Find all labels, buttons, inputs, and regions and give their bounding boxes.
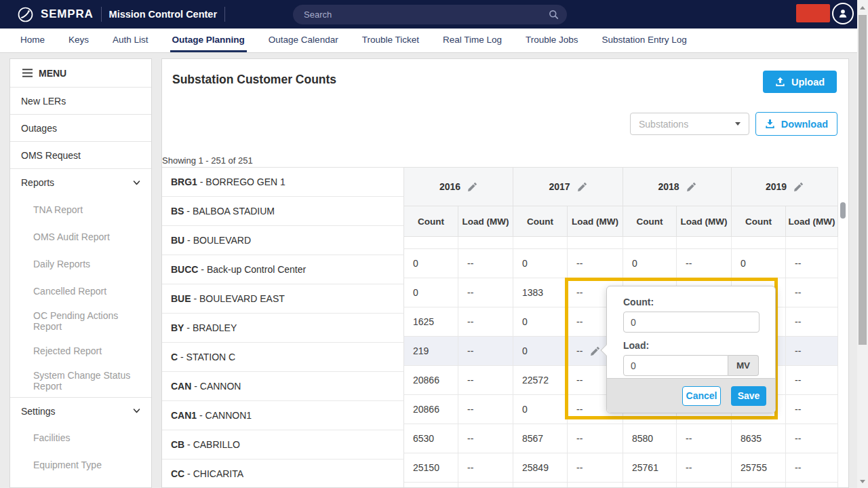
value-cell[interactable]: --: [786, 249, 838, 278]
value-cell[interactable]: 0: [513, 395, 568, 424]
value-cell[interactable]: 0: [732, 249, 786, 278]
value-cell[interactable]: [568, 483, 623, 488]
value-cell[interactable]: --: [786, 424, 838, 453]
value-cell[interactable]: --: [458, 307, 513, 337]
pencil-icon[interactable]: [467, 182, 477, 192]
search-icon[interactable]: [549, 10, 559, 20]
pencil-icon[interactable]: [577, 182, 587, 192]
sidebar-item-facilities[interactable]: Facilities: [10, 424, 151, 451]
sidebar-item-cancelled-report[interactable]: Cancelled Report: [10, 278, 151, 305]
sidebar-item-system-change-status-report[interactable]: System Change Status Report: [10, 364, 151, 397]
value-cell[interactable]: 1625: [404, 307, 458, 337]
value-cell[interactable]: 22572: [513, 366, 568, 395]
value-cell[interactable]: --: [677, 424, 732, 453]
tab-auth-list[interactable]: Auth List: [111, 29, 151, 52]
cancel-button[interactable]: Cancel: [682, 386, 721, 406]
sidebar-menu-toggle[interactable]: MENU: [10, 59, 151, 88]
value-cell[interactable]: --: [458, 337, 513, 366]
value-cell[interactable]: 0: [623, 249, 677, 278]
value-cell[interactable]: --: [677, 453, 732, 483]
value-cell[interactable]: 25150: [404, 453, 458, 483]
value-cell[interactable]: 25755: [732, 453, 786, 483]
sidebar-item-oms-audit-report[interactable]: OMS Audit Report: [10, 223, 151, 250]
spacer-cell: [568, 237, 623, 249]
scroll-up-arrow[interactable]: [860, 6, 865, 10]
sidebar-item-outages[interactable]: Outages: [10, 115, 151, 142]
sidebar-item-oc-pending-actions-report[interactable]: OC Pending Actions Report: [10, 305, 151, 337]
value-cell[interactable]: --: [786, 278, 838, 307]
value-cell[interactable]: [677, 483, 732, 488]
user-avatar-button[interactable]: [832, 3, 854, 24]
pencil-icon[interactable]: [793, 182, 804, 192]
sidebar-item-new-lers[interactable]: New LERs: [10, 88, 151, 115]
value-cell[interactable]: 8567: [513, 424, 568, 453]
sidebar-item-settings[interactable]: Settings: [10, 397, 151, 424]
value-cell[interactable]: 6530: [404, 424, 458, 453]
tab-outage-calendar[interactable]: Outage Calendar: [267, 29, 340, 52]
value-cell[interactable]: --: [677, 249, 732, 278]
value-cell[interactable]: 0: [513, 249, 568, 278]
value-cell[interactable]: 25761: [623, 453, 677, 483]
value-cell[interactable]: 1383: [513, 278, 568, 307]
tab-substation-entry-log[interactable]: Substation Entry Log: [600, 29, 689, 52]
tab-keys[interactable]: Keys: [66, 29, 91, 52]
value-cell[interactable]: 0: [404, 278, 458, 307]
table-scrollbar-thumb[interactable]: [840, 202, 846, 219]
value-cell[interactable]: --: [458, 278, 513, 307]
value-cell[interactable]: --: [568, 424, 623, 453]
download-button[interactable]: Download: [755, 112, 837, 136]
spacer-cell: [786, 237, 838, 249]
sidebar-item-rejected-report[interactable]: Rejected Report: [10, 337, 151, 364]
load-input[interactable]: [623, 355, 728, 376]
search-input[interactable]: [293, 5, 567, 24]
tab-home[interactable]: Home: [18, 29, 47, 52]
pencil-icon[interactable]: [686, 182, 696, 192]
sidebar-item-oms-request[interactable]: OMS Request: [10, 142, 151, 169]
count-input[interactable]: [623, 312, 760, 333]
value-cell[interactable]: 20866: [404, 366, 458, 395]
value-cell[interactable]: --: [786, 337, 838, 366]
topbar-red-button[interactable]: [796, 4, 830, 22]
scroll-down-arrow[interactable]: [860, 480, 865, 483]
value-cell[interactable]: --: [786, 366, 838, 395]
value-cell[interactable]: --: [458, 366, 513, 395]
value-cell[interactable]: [513, 483, 568, 488]
value-cell[interactable]: --: [568, 249, 623, 278]
load-label: Load:: [623, 340, 759, 351]
value-cell[interactable]: [623, 483, 677, 488]
save-button[interactable]: Save: [731, 386, 766, 406]
value-cell[interactable]: [732, 483, 786, 488]
value-cell[interactable]: 8635: [732, 424, 786, 453]
sidebar-item-reports[interactable]: Reports: [10, 169, 151, 196]
upload-button[interactable]: Upload: [763, 71, 837, 93]
substations-select[interactable]: Substations: [630, 113, 749, 135]
value-cell[interactable]: --: [786, 307, 838, 337]
value-cell[interactable]: --: [568, 453, 623, 483]
value-cell[interactable]: --: [458, 395, 513, 424]
tab-outage-planning[interactable]: Outage Planning: [170, 29, 247, 52]
value-cell[interactable]: --: [786, 453, 838, 483]
value-cell[interactable]: --: [458, 453, 513, 483]
value-cell[interactable]: --: [458, 249, 513, 278]
value-cell[interactable]: 0: [404, 249, 458, 278]
sidebar-item-daily-reports[interactable]: Daily Reports: [10, 250, 151, 278]
page-scrollbar-thumb[interactable]: [859, 15, 867, 345]
value-cell[interactable]: [404, 483, 458, 488]
value-cell[interactable]: [458, 483, 513, 488]
sidebar-item-equipment-type[interactable]: Equipment Type: [10, 451, 151, 478]
sempra-logo-icon: [18, 7, 33, 22]
value-cell[interactable]: 20866: [404, 395, 458, 424]
tab-trouble-jobs[interactable]: Trouble Jobs: [524, 29, 580, 52]
tab-trouble-ticket[interactable]: Trouble Ticket: [360, 29, 421, 52]
value-cell[interactable]: --: [458, 424, 513, 453]
pencil-icon[interactable]: [590, 346, 600, 356]
value-cell[interactable]: 219: [404, 337, 458, 366]
tab-real-time-log[interactable]: Real Time Log: [441, 29, 504, 52]
value-cell[interactable]: 8580: [623, 424, 677, 453]
value-cell[interactable]: 0: [513, 307, 568, 337]
value-cell[interactable]: 25849: [513, 453, 568, 483]
value-cell[interactable]: [786, 483, 838, 488]
value-cell[interactable]: 0: [513, 337, 568, 366]
sidebar-item-tna-report[interactable]: TNA Report: [10, 196, 151, 223]
value-cell[interactable]: --: [786, 395, 838, 424]
